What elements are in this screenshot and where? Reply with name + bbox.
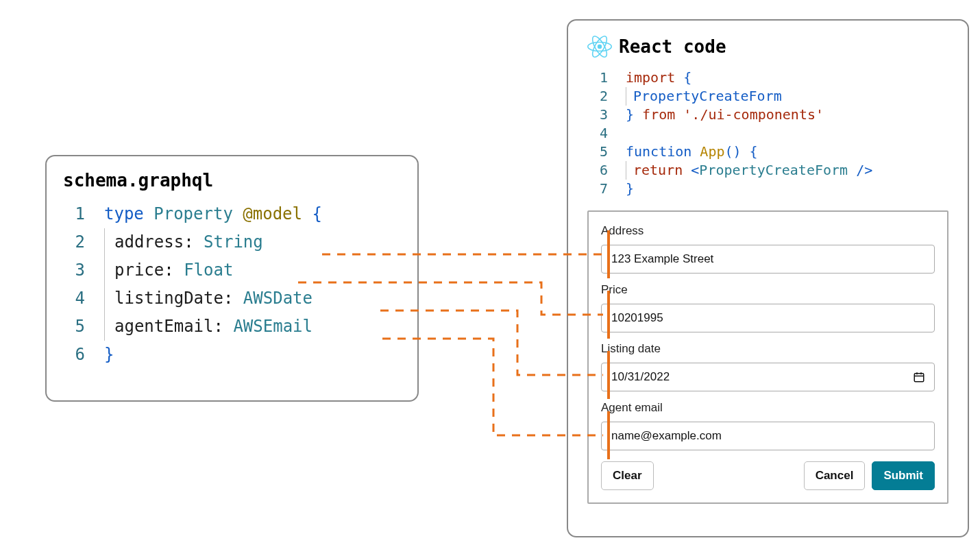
svg-point-0 bbox=[598, 45, 602, 49]
line-number: 6 bbox=[587, 161, 626, 180]
schema-panel: schema.graphql 1 type Property @model { … bbox=[45, 155, 419, 402]
spacer bbox=[661, 461, 797, 490]
code-content: agentEmail: AWSEmail bbox=[104, 313, 401, 341]
code-content: type Property @model { bbox=[104, 200, 401, 228]
line-number: 5 bbox=[63, 313, 104, 341]
address-label: Address bbox=[601, 224, 935, 238]
agent-email-label: Agent email bbox=[601, 401, 935, 415]
line-number: 5 bbox=[587, 143, 626, 161]
code-content: } bbox=[104, 341, 401, 369]
react-line: 4 bbox=[587, 124, 948, 143]
line-number: 2 bbox=[587, 87, 626, 106]
react-line: 5 function App() { bbox=[587, 143, 948, 161]
agent-email-input[interactable] bbox=[601, 422, 935, 450]
form-actions: Clear Cancel Submit bbox=[601, 461, 935, 490]
react-title-text: React code bbox=[619, 36, 726, 57]
code-content: address: String bbox=[104, 228, 401, 256]
react-line: 2 PropertyCreateForm bbox=[587, 87, 948, 106]
cancel-button[interactable]: Cancel bbox=[804, 461, 866, 490]
react-line: 3 } from './ui-components' bbox=[587, 106, 948, 124]
code-content: PropertyCreateForm bbox=[626, 87, 948, 106]
react-title: React code bbox=[587, 34, 948, 59]
line-number: 3 bbox=[63, 256, 104, 284]
price-label: Price bbox=[601, 283, 935, 297]
code-content: } bbox=[626, 180, 948, 198]
react-line: 7 } bbox=[587, 180, 948, 198]
react-code: 1 import { 2 PropertyCreateForm 3 } from… bbox=[587, 69, 948, 198]
schema-line-5: 5 agentEmail: AWSEmail bbox=[63, 313, 401, 341]
line-number: 6 bbox=[63, 341, 104, 369]
schema-line-2: 2 address: String bbox=[63, 228, 401, 256]
react-line: 1 import { bbox=[587, 69, 948, 87]
schema-line-6: 6 } bbox=[63, 341, 401, 369]
line-number: 1 bbox=[63, 200, 104, 228]
schema-code: 1 type Property @model { 2 address: Stri… bbox=[63, 200, 401, 369]
line-number: 3 bbox=[587, 106, 626, 124]
schema-line-3: 3 price: Float bbox=[63, 256, 401, 284]
price-field-group: Price bbox=[601, 283, 935, 332]
listing-date-label: Listing date bbox=[601, 342, 935, 356]
address-field-group: Address bbox=[601, 224, 935, 274]
listing-date-input[interactable] bbox=[601, 363, 935, 391]
schema-title-text: schema.graphql bbox=[63, 170, 213, 191]
line-number: 2 bbox=[63, 228, 104, 256]
react-line: 6 return <PropertyCreateForm /> bbox=[587, 161, 948, 180]
react-panel: React code 1 import { 2 PropertyCreateFo… bbox=[567, 19, 969, 537]
schema-line-4: 4 listingDate: AWSDate bbox=[63, 284, 401, 313]
code-content: } from './ui-components' bbox=[626, 106, 948, 124]
code-content: function App() { bbox=[626, 143, 948, 161]
code-content bbox=[626, 124, 948, 143]
line-number: 4 bbox=[63, 284, 104, 313]
line-number: 7 bbox=[587, 180, 626, 198]
code-content: import { bbox=[626, 69, 948, 87]
schema-title: schema.graphql bbox=[63, 170, 401, 191]
agent-email-field-group: Agent email bbox=[601, 401, 935, 450]
property-create-form: Address Price Listing date Agent email bbox=[587, 210, 948, 504]
line-number: 1 bbox=[587, 69, 626, 87]
schema-line-1: 1 type Property @model { bbox=[63, 200, 401, 228]
listing-date-field-group: Listing date bbox=[601, 342, 935, 391]
line-number: 4 bbox=[587, 124, 626, 143]
code-content: return <PropertyCreateForm /> bbox=[626, 161, 948, 180]
code-content: price: Float bbox=[104, 256, 401, 284]
code-content: listingDate: AWSDate bbox=[104, 284, 401, 313]
address-input[interactable] bbox=[601, 245, 935, 274]
react-icon bbox=[587, 34, 612, 59]
price-input[interactable] bbox=[601, 304, 935, 332]
submit-button[interactable]: Submit bbox=[872, 461, 935, 490]
clear-button[interactable]: Clear bbox=[601, 461, 654, 490]
